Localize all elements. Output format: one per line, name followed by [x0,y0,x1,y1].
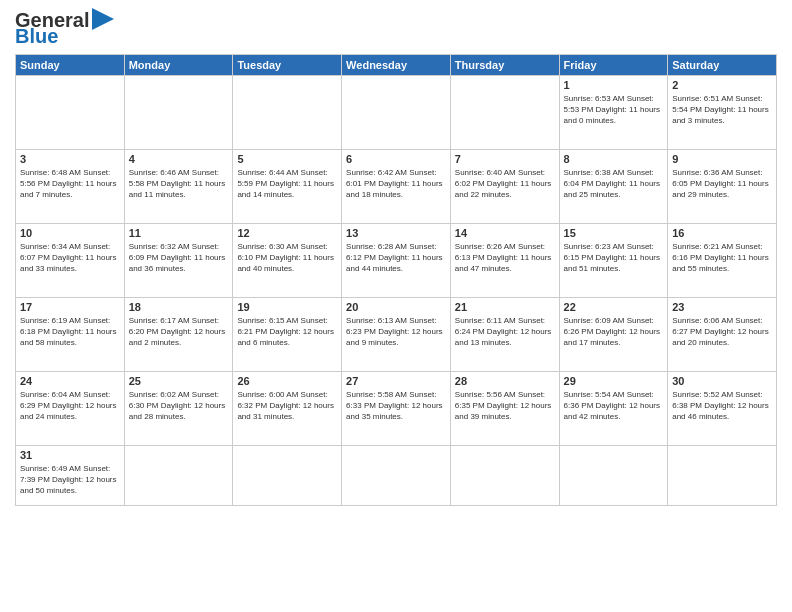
logo-triangle-icon [92,8,114,30]
calendar-cell: 5Sunrise: 6:44 AM Sunset: 5:59 PM Daylig… [233,150,342,224]
day-number: 7 [455,153,555,165]
calendar-cell: 16Sunrise: 6:21 AM Sunset: 6:16 PM Dayli… [668,224,777,298]
day-info: Sunrise: 6:06 AM Sunset: 6:27 PM Dayligh… [672,315,772,349]
day-info: Sunrise: 6:42 AM Sunset: 6:01 PM Dayligh… [346,167,446,201]
calendar-cell: 24Sunrise: 6:04 AM Sunset: 6:29 PM Dayli… [16,372,125,446]
calendar-cell [450,446,559,506]
day-info: Sunrise: 6:38 AM Sunset: 6:04 PM Dayligh… [564,167,664,201]
day-number: 28 [455,375,555,387]
day-info: Sunrise: 5:56 AM Sunset: 6:35 PM Dayligh… [455,389,555,423]
day-info: Sunrise: 6:19 AM Sunset: 6:18 PM Dayligh… [20,315,120,349]
day-number: 31 [20,449,120,461]
day-number: 22 [564,301,664,313]
calendar-cell: 1Sunrise: 6:53 AM Sunset: 5:53 PM Daylig… [559,76,668,150]
day-info: Sunrise: 6:46 AM Sunset: 5:58 PM Dayligh… [129,167,229,201]
day-info: Sunrise: 5:58 AM Sunset: 6:33 PM Dayligh… [346,389,446,423]
day-number: 25 [129,375,229,387]
calendar-cell: 3Sunrise: 6:48 AM Sunset: 5:56 PM Daylig… [16,150,125,224]
calendar-cell: 23Sunrise: 6:06 AM Sunset: 6:27 PM Dayli… [668,298,777,372]
day-info: Sunrise: 6:40 AM Sunset: 6:02 PM Dayligh… [455,167,555,201]
day-info: Sunrise: 6:49 AM Sunset: 7:39 PM Dayligh… [20,463,120,497]
calendar-cell [342,76,451,150]
calendar-cell: 27Sunrise: 5:58 AM Sunset: 6:33 PM Dayli… [342,372,451,446]
weekday-header-thursday: Thursday [450,55,559,76]
calendar-week-6: 31Sunrise: 6:49 AM Sunset: 7:39 PM Dayli… [16,446,777,506]
calendar-cell: 15Sunrise: 6:23 AM Sunset: 6:15 PM Dayli… [559,224,668,298]
calendar-cell: 10Sunrise: 6:34 AM Sunset: 6:07 PM Dayli… [16,224,125,298]
day-number: 26 [237,375,337,387]
calendar-cell [559,446,668,506]
weekday-header-row: SundayMondayTuesdayWednesdayThursdayFrid… [16,55,777,76]
calendar-week-5: 24Sunrise: 6:04 AM Sunset: 6:29 PM Dayli… [16,372,777,446]
day-info: Sunrise: 6:04 AM Sunset: 6:29 PM Dayligh… [20,389,120,423]
day-info: Sunrise: 6:30 AM Sunset: 6:10 PM Dayligh… [237,241,337,275]
day-number: 2 [672,79,772,91]
svg-marker-0 [92,8,114,30]
day-info: Sunrise: 6:21 AM Sunset: 6:16 PM Dayligh… [672,241,772,275]
calendar: SundayMondayTuesdayWednesdayThursdayFrid… [15,54,777,506]
day-info: Sunrise: 6:13 AM Sunset: 6:23 PM Dayligh… [346,315,446,349]
day-info: Sunrise: 5:54 AM Sunset: 6:36 PM Dayligh… [564,389,664,423]
day-info: Sunrise: 6:44 AM Sunset: 5:59 PM Dayligh… [237,167,337,201]
calendar-cell: 9Sunrise: 6:36 AM Sunset: 6:05 PM Daylig… [668,150,777,224]
day-info: Sunrise: 6:09 AM Sunset: 6:26 PM Dayligh… [564,315,664,349]
day-number: 23 [672,301,772,313]
calendar-cell [16,76,125,150]
header: General Blue [15,10,777,46]
day-number: 3 [20,153,120,165]
day-info: Sunrise: 6:23 AM Sunset: 6:15 PM Dayligh… [564,241,664,275]
day-number: 21 [455,301,555,313]
calendar-cell: 25Sunrise: 6:02 AM Sunset: 6:30 PM Dayli… [124,372,233,446]
calendar-cell: 17Sunrise: 6:19 AM Sunset: 6:18 PM Dayli… [16,298,125,372]
calendar-cell: 29Sunrise: 5:54 AM Sunset: 6:36 PM Dayli… [559,372,668,446]
calendar-cell: 13Sunrise: 6:28 AM Sunset: 6:12 PM Dayli… [342,224,451,298]
day-number: 29 [564,375,664,387]
weekday-header-monday: Monday [124,55,233,76]
calendar-cell: 8Sunrise: 6:38 AM Sunset: 6:04 PM Daylig… [559,150,668,224]
weekday-header-wednesday: Wednesday [342,55,451,76]
calendar-cell: 20Sunrise: 6:13 AM Sunset: 6:23 PM Dayli… [342,298,451,372]
calendar-cell [342,446,451,506]
day-number: 5 [237,153,337,165]
weekday-header-saturday: Saturday [668,55,777,76]
day-info: Sunrise: 6:28 AM Sunset: 6:12 PM Dayligh… [346,241,446,275]
day-number: 9 [672,153,772,165]
day-info: Sunrise: 6:17 AM Sunset: 6:20 PM Dayligh… [129,315,229,349]
day-info: Sunrise: 6:34 AM Sunset: 6:07 PM Dayligh… [20,241,120,275]
day-number: 12 [237,227,337,239]
day-info: Sunrise: 6:36 AM Sunset: 6:05 PM Dayligh… [672,167,772,201]
logo: General Blue [15,10,114,46]
day-number: 30 [672,375,772,387]
day-number: 11 [129,227,229,239]
calendar-cell: 19Sunrise: 6:15 AM Sunset: 6:21 PM Dayli… [233,298,342,372]
day-info: Sunrise: 6:32 AM Sunset: 6:09 PM Dayligh… [129,241,229,275]
calendar-cell: 14Sunrise: 6:26 AM Sunset: 6:13 PM Dayli… [450,224,559,298]
calendar-week-1: 1Sunrise: 6:53 AM Sunset: 5:53 PM Daylig… [16,76,777,150]
calendar-cell [233,446,342,506]
calendar-cell: 30Sunrise: 5:52 AM Sunset: 6:38 PM Dayli… [668,372,777,446]
calendar-cell [124,76,233,150]
day-info: Sunrise: 6:15 AM Sunset: 6:21 PM Dayligh… [237,315,337,349]
day-info: Sunrise: 6:11 AM Sunset: 6:24 PM Dayligh… [455,315,555,349]
calendar-cell: 12Sunrise: 6:30 AM Sunset: 6:10 PM Dayli… [233,224,342,298]
day-number: 18 [129,301,229,313]
day-number: 19 [237,301,337,313]
day-info: Sunrise: 6:26 AM Sunset: 6:13 PM Dayligh… [455,241,555,275]
day-number: 6 [346,153,446,165]
calendar-cell [450,76,559,150]
calendar-cell: 21Sunrise: 6:11 AM Sunset: 6:24 PM Dayli… [450,298,559,372]
logo-text-blue: Blue [15,26,58,46]
calendar-cell: 31Sunrise: 6:49 AM Sunset: 7:39 PM Dayli… [16,446,125,506]
day-number: 10 [20,227,120,239]
day-info: Sunrise: 6:51 AM Sunset: 5:54 PM Dayligh… [672,93,772,127]
calendar-cell: 28Sunrise: 5:56 AM Sunset: 6:35 PM Dayli… [450,372,559,446]
day-number: 24 [20,375,120,387]
calendar-cell: 18Sunrise: 6:17 AM Sunset: 6:20 PM Dayli… [124,298,233,372]
day-number: 8 [564,153,664,165]
calendar-cell: 4Sunrise: 6:46 AM Sunset: 5:58 PM Daylig… [124,150,233,224]
day-number: 15 [564,227,664,239]
weekday-header-tuesday: Tuesday [233,55,342,76]
calendar-cell: 7Sunrise: 6:40 AM Sunset: 6:02 PM Daylig… [450,150,559,224]
calendar-cell [124,446,233,506]
calendar-cell: 22Sunrise: 6:09 AM Sunset: 6:26 PM Dayli… [559,298,668,372]
